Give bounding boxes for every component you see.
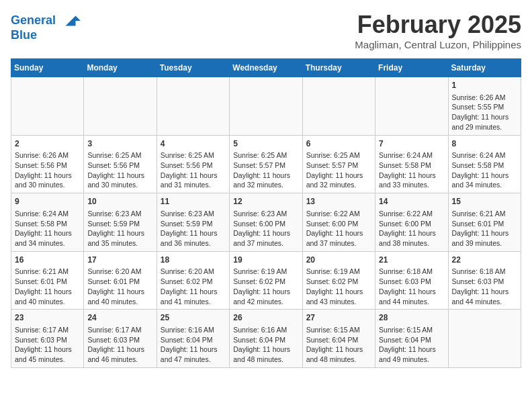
day-number: 3 <box>87 138 152 150</box>
weekday-header-friday: Friday <box>375 59 448 77</box>
day-number: 1 <box>452 80 517 91</box>
day-number: 11 <box>161 196 226 208</box>
day-number: 8 <box>452 138 517 150</box>
calendar-cell: 13Sunrise: 6:22 AM Sunset: 6:00 PM Dayli… <box>302 193 375 252</box>
day-number: 13 <box>306 196 371 208</box>
day-info: Sunrise: 6:17 AM Sunset: 6:03 PM Dayligh… <box>87 325 152 365</box>
calendar-cell: 3Sunrise: 6:25 AM Sunset: 5:56 PM Daylig… <box>84 135 157 193</box>
day-info: Sunrise: 6:25 AM Sunset: 5:56 PM Dayligh… <box>161 150 226 190</box>
calendar-cell <box>448 310 521 368</box>
calendar-table: SundayMondayTuesdayWednesdayThursdayFrid… <box>11 58 521 368</box>
day-info: Sunrise: 6:21 AM Sunset: 6:01 PM Dayligh… <box>452 209 517 248</box>
calendar-cell <box>157 77 229 136</box>
weekday-header-thursday: Thursday <box>302 59 375 77</box>
day-info: Sunrise: 6:24 AM Sunset: 5:58 PM Dayligh… <box>452 150 517 190</box>
day-info: Sunrise: 6:25 AM Sunset: 5:57 PM Dayligh… <box>306 150 371 190</box>
day-number: 10 <box>87 196 152 208</box>
calendar-cell: 11Sunrise: 6:23 AM Sunset: 5:59 PM Dayli… <box>157 193 229 252</box>
day-number: 19 <box>233 255 298 266</box>
day-info: Sunrise: 6:23 AM Sunset: 5:59 PM Dayligh… <box>87 209 152 248</box>
day-number: 20 <box>306 255 371 266</box>
day-number: 15 <box>452 196 517 208</box>
day-info: Sunrise: 6:22 AM Sunset: 6:00 PM Dayligh… <box>306 209 371 248</box>
day-info: Sunrise: 6:24 AM Sunset: 5:58 PM Dayligh… <box>379 150 444 190</box>
weekday-header-wednesday: Wednesday <box>230 59 302 77</box>
day-number: 25 <box>161 312 226 324</box>
calendar-cell: 23Sunrise: 6:17 AM Sunset: 6:03 PM Dayli… <box>11 310 84 368</box>
calendar-cell: 9Sunrise: 6:24 AM Sunset: 5:58 PM Daylig… <box>11 193 84 252</box>
calendar-cell: 21Sunrise: 6:18 AM Sunset: 6:03 PM Dayli… <box>375 251 448 310</box>
day-number: 17 <box>87 255 152 266</box>
page-header: General Blue February 2025 Magliman, Cen… <box>11 11 521 50</box>
calendar-cell: 2Sunrise: 6:26 AM Sunset: 5:56 PM Daylig… <box>11 135 84 193</box>
day-info: Sunrise: 6:20 AM Sunset: 6:01 PM Dayligh… <box>87 267 152 306</box>
day-info: Sunrise: 6:24 AM Sunset: 5:58 PM Dayligh… <box>15 209 80 248</box>
calendar-cell: 6Sunrise: 6:25 AM Sunset: 5:57 PM Daylig… <box>302 135 375 193</box>
svg-marker-0 <box>66 16 81 26</box>
day-info: Sunrise: 6:19 AM Sunset: 6:02 PM Dayligh… <box>306 267 371 306</box>
calendar-cell: 12Sunrise: 6:23 AM Sunset: 6:00 PM Dayli… <box>230 193 302 252</box>
day-number: 22 <box>452 255 517 266</box>
calendar-cell: 1Sunrise: 6:26 AM Sunset: 5:55 PM Daylig… <box>448 77 521 136</box>
day-number: 16 <box>15 255 80 266</box>
calendar-cell: 8Sunrise: 6:24 AM Sunset: 5:58 PM Daylig… <box>448 135 521 193</box>
calendar-cell: 7Sunrise: 6:24 AM Sunset: 5:58 PM Daylig… <box>375 135 448 193</box>
weekday-header-monday: Monday <box>84 59 157 77</box>
calendar-cell: 19Sunrise: 6:19 AM Sunset: 6:02 PM Dayli… <box>230 251 302 310</box>
day-info: Sunrise: 6:26 AM Sunset: 5:55 PM Dayligh… <box>452 93 517 132</box>
day-number: 5 <box>233 138 298 150</box>
calendar-cell: 18Sunrise: 6:20 AM Sunset: 6:02 PM Dayli… <box>157 251 229 310</box>
calendar-cell: 5Sunrise: 6:25 AM Sunset: 5:57 PM Daylig… <box>230 135 302 193</box>
day-number: 14 <box>379 196 444 208</box>
day-info: Sunrise: 6:17 AM Sunset: 6:03 PM Dayligh… <box>15 325 80 365</box>
day-info: Sunrise: 6:23 AM Sunset: 5:59 PM Dayligh… <box>161 209 226 248</box>
weekday-header-tuesday: Tuesday <box>157 59 229 77</box>
weekday-header-sunday: Sunday <box>11 59 84 77</box>
calendar-cell: 15Sunrise: 6:21 AM Sunset: 6:01 PM Dayli… <box>448 193 521 252</box>
day-number: 24 <box>87 312 152 324</box>
day-number: 26 <box>233 312 298 324</box>
day-info: Sunrise: 6:15 AM Sunset: 6:04 PM Dayligh… <box>306 325 371 365</box>
day-number: 2 <box>15 138 80 150</box>
day-info: Sunrise: 6:18 AM Sunset: 6:03 PM Dayligh… <box>452 267 517 306</box>
calendar-cell <box>375 77 448 136</box>
day-info: Sunrise: 6:20 AM Sunset: 6:02 PM Dayligh… <box>161 267 226 306</box>
calendar-cell <box>230 77 302 136</box>
day-info: Sunrise: 6:18 AM Sunset: 6:03 PM Dayligh… <box>379 267 444 306</box>
title-block: February 2025 Magliman, Central Luzon, P… <box>355 11 521 50</box>
weekday-header-saturday: Saturday <box>448 59 521 77</box>
calendar-cell: 24Sunrise: 6:17 AM Sunset: 6:03 PM Dayli… <box>84 310 157 368</box>
calendar-cell: 16Sunrise: 6:21 AM Sunset: 6:01 PM Dayli… <box>11 251 84 310</box>
calendar-cell: 26Sunrise: 6:16 AM Sunset: 6:04 PM Dayli… <box>230 310 302 368</box>
day-info: Sunrise: 6:16 AM Sunset: 6:04 PM Dayligh… <box>161 325 226 365</box>
day-info: Sunrise: 6:25 AM Sunset: 5:57 PM Dayligh… <box>233 150 298 190</box>
day-number: 6 <box>306 138 371 150</box>
day-number: 27 <box>306 312 371 324</box>
calendar-cell: 4Sunrise: 6:25 AM Sunset: 5:56 PM Daylig… <box>157 135 229 193</box>
location: Magliman, Central Luzon, Philippines <box>355 39 521 50</box>
day-info: Sunrise: 6:16 AM Sunset: 6:04 PM Dayligh… <box>233 325 298 365</box>
calendar-cell: 25Sunrise: 6:16 AM Sunset: 6:04 PM Dayli… <box>157 310 229 368</box>
calendar-cell <box>11 77 84 136</box>
calendar-cell <box>302 77 375 136</box>
calendar-cell: 14Sunrise: 6:22 AM Sunset: 6:00 PM Dayli… <box>375 193 448 252</box>
month-title: February 2025 <box>355 11 521 39</box>
calendar-cell: 22Sunrise: 6:18 AM Sunset: 6:03 PM Dayli… <box>448 251 521 310</box>
day-number: 12 <box>233 196 298 208</box>
day-number: 28 <box>379 312 444 324</box>
day-number: 7 <box>379 138 444 150</box>
calendar-cell: 17Sunrise: 6:20 AM Sunset: 6:01 PM Dayli… <box>84 251 157 310</box>
day-info: Sunrise: 6:21 AM Sunset: 6:01 PM Dayligh… <box>15 267 80 306</box>
calendar-cell: 27Sunrise: 6:15 AM Sunset: 6:04 PM Dayli… <box>302 310 375 368</box>
day-info: Sunrise: 6:15 AM Sunset: 6:04 PM Dayligh… <box>379 325 444 365</box>
calendar-cell <box>84 77 157 136</box>
calendar-cell: 10Sunrise: 6:23 AM Sunset: 5:59 PM Dayli… <box>84 193 157 252</box>
day-info: Sunrise: 6:26 AM Sunset: 5:56 PM Dayligh… <box>15 150 80 190</box>
day-info: Sunrise: 6:25 AM Sunset: 5:56 PM Dayligh… <box>87 150 152 190</box>
day-number: 23 <box>15 312 80 324</box>
day-info: Sunrise: 6:22 AM Sunset: 6:00 PM Dayligh… <box>379 209 444 248</box>
day-info: Sunrise: 6:23 AM Sunset: 6:00 PM Dayligh… <box>233 209 298 248</box>
calendar-cell: 28Sunrise: 6:15 AM Sunset: 6:04 PM Dayli… <box>375 310 448 368</box>
day-number: 4 <box>161 138 226 150</box>
day-number: 18 <box>161 255 226 266</box>
